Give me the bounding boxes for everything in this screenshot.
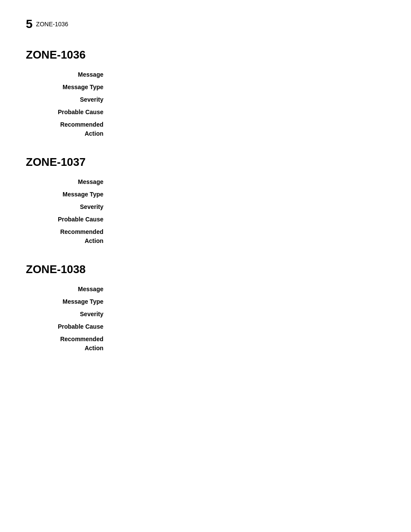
section-zone-1038: ZONE-1038MessageMessage TypeSeverityProb… [26,263,385,353]
section-title-zone-1037: ZONE-1037 [26,156,385,169]
field-row-1-0: Message [26,177,385,187]
field-row-0-3: Probable Cause [26,108,385,117]
field-label-0-1: Message Type [26,83,112,92]
field-value-1-0 [112,177,385,187]
field-value-0-3 [112,108,385,117]
field-label-1-0: Message [26,177,112,187]
field-label-0-4: Recommended Action [26,120,112,138]
field-label-0-3: Probable Cause [26,108,112,117]
field-label-2-2: Severity [26,310,112,319]
field-label-2-3: Probable Cause [26,322,112,331]
field-row-2-4: Recommended Action [26,335,385,353]
field-value-1-4 [112,227,385,246]
section-zone-1036: ZONE-1036MessageMessage TypeSeverityProb… [26,48,385,138]
field-label-1-3: Probable Cause [26,215,112,224]
field-value-2-1 [112,297,385,306]
field-value-0-0 [112,70,385,79]
field-value-1-3 [112,215,385,224]
field-row-1-3: Probable Cause [26,215,385,224]
field-label-0-0: Message [26,70,112,79]
breadcrumb-number: 5 [26,17,33,31]
field-row-2-2: Severity [26,310,385,319]
breadcrumb: 5 ZONE-1036 [26,17,385,31]
field-row-0-2: Severity [26,95,385,104]
field-label-1-1: Message Type [26,190,112,199]
field-label-1-2: Severity [26,202,112,212]
field-row-0-1: Message Type [26,83,385,92]
field-label-2-4: Recommended Action [26,335,112,353]
section-zone-1037: ZONE-1037MessageMessage TypeSeverityProb… [26,156,385,246]
field-row-0-4: Recommended Action [26,120,385,138]
field-row-1-4: Recommended Action [26,227,385,246]
field-row-1-1: Message Type [26,190,385,199]
field-value-2-4 [112,335,385,353]
field-value-2-2 [112,310,385,319]
field-value-0-1 [112,83,385,92]
field-row-2-1: Message Type [26,297,385,306]
field-value-2-0 [112,285,385,294]
field-label-0-2: Severity [26,95,112,104]
field-row-0-0: Message [26,70,385,79]
field-value-1-1 [112,190,385,199]
field-label-2-1: Message Type [26,297,112,306]
breadcrumb-title: ZONE-1036 [36,21,68,28]
section-title-zone-1036: ZONE-1036 [26,48,385,62]
field-row-2-0: Message [26,285,385,294]
field-label-1-4: Recommended Action [26,227,112,246]
field-value-0-2 [112,95,385,104]
field-value-1-2 [112,202,385,212]
field-row-2-3: Probable Cause [26,322,385,331]
field-row-1-2: Severity [26,202,385,212]
field-value-0-4 [112,120,385,138]
section-title-zone-1038: ZONE-1038 [26,263,385,276]
field-label-2-0: Message [26,285,112,294]
field-value-2-3 [112,322,385,331]
